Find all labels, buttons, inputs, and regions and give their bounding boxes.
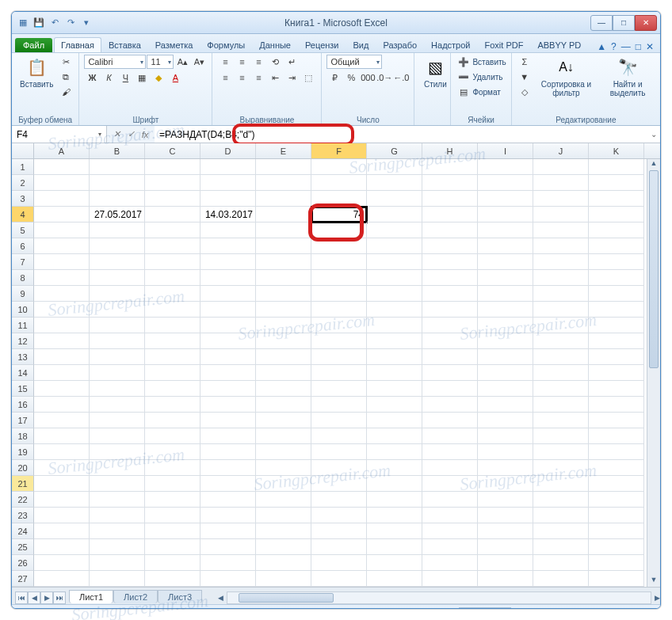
cell-F20[interactable]	[311, 460, 367, 476]
row-header-15[interactable]: 15	[12, 381, 34, 397]
cell-A7[interactable]	[34, 254, 90, 270]
col-header-C[interactable]: C	[145, 143, 200, 158]
cell-J1[interactable]	[533, 159, 589, 175]
cell-H10[interactable]	[422, 302, 478, 318]
cell-A15[interactable]	[34, 381, 90, 397]
cell-H18[interactable]	[422, 428, 478, 444]
cell-K21[interactable]	[589, 476, 644, 492]
cell-B16[interactable]	[90, 397, 145, 413]
cell-B8[interactable]	[90, 270, 145, 286]
row-header-8[interactable]: 8	[12, 270, 34, 286]
cell-D16[interactable]	[200, 397, 256, 413]
cell-H21[interactable]	[422, 476, 478, 492]
row-header-13[interactable]: 13	[12, 349, 34, 365]
enter-formula-icon[interactable]: ✓	[124, 129, 137, 139]
cell-I4[interactable]	[478, 207, 533, 223]
cell-A25[interactable]	[34, 539, 90, 555]
cell-B24[interactable]	[90, 523, 145, 539]
cell-E27[interactable]	[256, 571, 311, 587]
cell-G11[interactable]	[367, 318, 422, 333]
row-header-23[interactable]: 23	[12, 508, 34, 523]
cell-E9[interactable]	[256, 286, 311, 302]
find-select-button[interactable]: 🔭 Найти и выделить	[600, 55, 655, 99]
cell-K8[interactable]	[589, 270, 644, 286]
cell-H7[interactable]	[422, 254, 478, 270]
comma-icon[interactable]: 000	[360, 70, 376, 85]
cell-H16[interactable]	[422, 397, 478, 413]
increase-font-icon[interactable]: A▴	[174, 55, 190, 69]
cell-F23[interactable]	[311, 508, 367, 523]
cell-E23[interactable]	[256, 508, 311, 523]
tab-разметка[interactable]: Разметка	[148, 37, 200, 52]
zoom-in-button[interactable]: +	[649, 609, 654, 610]
sheet-nav-first-icon[interactable]: ⏮	[15, 591, 28, 604]
horizontal-scrollbar[interactable]	[227, 591, 651, 604]
row-header-4[interactable]: 4	[12, 207, 34, 223]
row-header-26[interactable]: 26	[12, 555, 34, 571]
col-header-A[interactable]: A	[34, 143, 90, 158]
cell-G26[interactable]	[367, 555, 422, 571]
scroll-down-icon[interactable]: ▼	[647, 576, 660, 587]
cell-G23[interactable]	[367, 508, 422, 523]
format-cells-button[interactable]: ▤Формат	[456, 85, 501, 99]
cell-G3[interactable]	[367, 191, 422, 207]
cell-J6[interactable]	[533, 238, 589, 254]
cell-H11[interactable]	[422, 318, 478, 333]
decrease-indent-icon[interactable]: ⇤	[267, 70, 283, 85]
cell-K9[interactable]	[589, 286, 644, 302]
cell-H9[interactable]	[422, 286, 478, 302]
row-header-22[interactable]: 22	[12, 492, 34, 508]
cell-I17[interactable]	[478, 413, 533, 428]
cell-C15[interactable]	[145, 381, 200, 397]
tab-главная[interactable]: Главная	[54, 37, 101, 52]
tab-рецензи[interactable]: Рецензи	[298, 37, 346, 52]
border-icon[interactable]: ▦	[134, 70, 150, 85]
cell-D11[interactable]	[200, 318, 256, 333]
cell-C19[interactable]	[145, 444, 200, 460]
cell-I25[interactable]	[478, 539, 533, 555]
cell-K13[interactable]	[589, 349, 644, 365]
cell-B20[interactable]	[90, 460, 145, 476]
cell-I8[interactable]	[478, 270, 533, 286]
cell-E2[interactable]	[256, 175, 311, 191]
tab-abbyy pd[interactable]: ABBYY PD	[530, 37, 588, 52]
col-header-F[interactable]: F	[311, 143, 367, 158]
cell-I14[interactable]	[478, 365, 533, 381]
cell-I2[interactable]	[478, 175, 533, 191]
cell-D7[interactable]	[200, 254, 256, 270]
cell-B3[interactable]	[90, 191, 145, 207]
cell-D17[interactable]	[200, 413, 256, 428]
fx-icon[interactable]: fx	[139, 130, 151, 139]
cell-I16[interactable]	[478, 397, 533, 413]
cell-H8[interactable]	[422, 270, 478, 286]
cell-I10[interactable]	[478, 302, 533, 318]
expand-formula-bar-icon[interactable]: ⌄	[651, 130, 657, 139]
cell-F9[interactable]	[311, 286, 367, 302]
vertical-scrollbar[interactable]: ▲ ▼	[647, 159, 660, 587]
cell-D18[interactable]	[200, 428, 256, 444]
cell-E11[interactable]	[256, 318, 311, 333]
row-header-3[interactable]: 3	[12, 191, 34, 207]
cancel-formula-icon[interactable]: ✕	[110, 129, 123, 139]
cell-J26[interactable]	[533, 555, 589, 571]
cell-C27[interactable]	[145, 571, 200, 587]
cell-H3[interactable]	[422, 191, 478, 207]
cell-C24[interactable]	[145, 523, 200, 539]
cell-G18[interactable]	[367, 428, 422, 444]
cell-C11[interactable]	[145, 318, 200, 333]
sheet-tab-Лист1[interactable]: Лист1	[69, 590, 113, 603]
cell-I15[interactable]	[478, 381, 533, 397]
cell-F25[interactable]	[311, 539, 367, 555]
cell-G15[interactable]	[367, 381, 422, 397]
cell-I5[interactable]	[478, 223, 533, 238]
cell-A1[interactable]	[34, 159, 90, 175]
font-name-combo[interactable]: Calibri	[84, 55, 146, 69]
cell-K1[interactable]	[589, 159, 644, 175]
formula-input[interactable]: =РАЗНДАТ(D4;B4;"d") ⌄	[155, 126, 660, 143]
cell-D13[interactable]	[200, 349, 256, 365]
cell-B1[interactable]	[90, 159, 145, 175]
underline-icon[interactable]: Ч	[117, 70, 133, 85]
bold-icon[interactable]: Ж	[84, 70, 100, 85]
autosum-icon[interactable]: Σ	[517, 55, 533, 69]
cell-B10[interactable]	[90, 302, 145, 318]
